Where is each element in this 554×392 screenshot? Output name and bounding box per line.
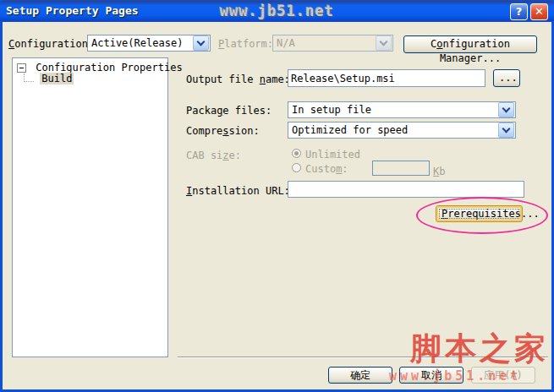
dialog-body: Configuration: Active(Release) Platform:… bbox=[3, 22, 551, 389]
close-button[interactable]: ✕ bbox=[530, 3, 548, 20]
help-button[interactable]: ? bbox=[510, 3, 528, 20]
configuration-label: Configuration: bbox=[8, 38, 94, 50]
output-file-name-input[interactable] bbox=[288, 69, 485, 87]
platform-select: N/A bbox=[272, 35, 393, 52]
window-title: Setup Property Pages bbox=[6, 4, 139, 17]
compression-dropdown-button[interactable] bbox=[498, 122, 514, 138]
package-files-select[interactable]: In setup file bbox=[288, 101, 516, 118]
installation-url-input[interactable] bbox=[288, 181, 524, 198]
compression-select[interactable]: Optimized for speed bbox=[288, 122, 516, 139]
platform-dropdown-button bbox=[376, 35, 392, 51]
ok-button[interactable]: 确定 bbox=[328, 367, 392, 384]
configuration-dropdown-button[interactable] bbox=[193, 35, 209, 51]
compression-label: Compression: bbox=[186, 125, 260, 137]
tree-item-label-selected: Build bbox=[40, 73, 74, 84]
tree-item-label: Configuration Properties bbox=[36, 62, 182, 74]
unlimited-radio-label: Unlimited bbox=[305, 149, 360, 161]
unlimited-radio bbox=[292, 149, 301, 158]
titlebar-watermark: www.jb51.net bbox=[220, 3, 334, 19]
watermark-brand: 脚本之家 bbox=[410, 328, 549, 370]
tree-item-build[interactable]: Build bbox=[24, 74, 74, 84]
setup-property-pages-dialog: Setup Property Pages www.jb51.net ? ✕ Co… bbox=[0, 0, 554, 392]
compression-selected-value: Optimized for speed bbox=[288, 123, 497, 138]
chevron-down-icon bbox=[502, 105, 511, 113]
custom-radio-label: Custom: bbox=[305, 163, 348, 175]
help-icon: ? bbox=[516, 5, 523, 18]
configuration-select[interactable]: Active(Release) bbox=[87, 35, 211, 52]
collapse-toggle-icon[interactable] bbox=[17, 63, 26, 73]
chevron-down-icon bbox=[380, 38, 388, 46]
package-files-label: Package files: bbox=[186, 105, 272, 117]
chevron-down-icon bbox=[197, 38, 206, 46]
platform-selected-value: N/A bbox=[273, 36, 375, 51]
prerequisites-button[interactable]: Prerequisites... bbox=[436, 205, 523, 222]
tree-connector bbox=[24, 74, 34, 82]
custom-size-input bbox=[372, 161, 430, 176]
configuration-tree-panel: Configuration Properties Build bbox=[12, 57, 168, 357]
configuration-selected-value: Active(Release) bbox=[88, 36, 192, 51]
cab-size-label: CAB size: bbox=[186, 150, 241, 161]
watermark-site: www.jb51.net bbox=[389, 368, 521, 384]
kb-label: Kb bbox=[433, 166, 445, 177]
radio-dot-icon bbox=[294, 151, 299, 155]
custom-radio bbox=[292, 163, 301, 172]
package-files-dropdown-button[interactable] bbox=[498, 102, 514, 117]
close-icon: ✕ bbox=[535, 5, 544, 18]
package-files-selected-value: In setup file bbox=[288, 103, 497, 117]
configuration-manager-button[interactable]: Configuration Manager... bbox=[403, 35, 537, 53]
platform-label: Platform: bbox=[218, 38, 273, 50]
installation-url-label: Installation URL: bbox=[186, 185, 290, 197]
chevron-down-icon bbox=[502, 125, 511, 133]
output-file-name-label: Output file name: bbox=[186, 74, 290, 85]
title-bar: Setup Property Pages www.jb51.net ? ✕ bbox=[0, 0, 554, 22]
browse-button[interactable]: ... bbox=[493, 69, 520, 87]
